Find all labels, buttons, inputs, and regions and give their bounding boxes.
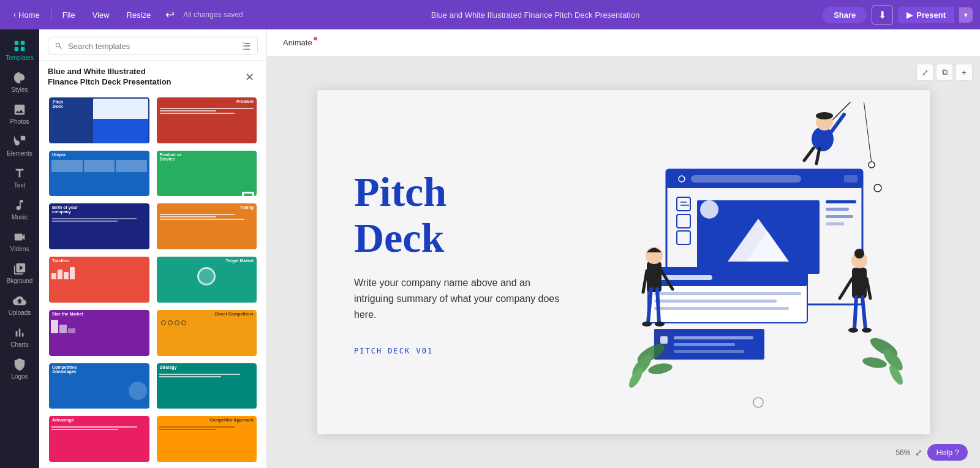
expand-view-button[interactable]: ⤢ <box>916 64 933 81</box>
svg-rect-0 <box>15 41 18 45</box>
svg-rect-1 <box>21 41 24 45</box>
home-label: Home <box>18 10 40 20</box>
charts-label: Charts <box>10 341 28 348</box>
text-icon <box>13 167 26 180</box>
canvas-scroll[interactable]: ⤢ ⧉ + Pitch Deck Write your company name… <box>267 56 980 468</box>
svg-line-37 <box>862 102 872 164</box>
image-icon <box>13 103 26 116</box>
search-bar[interactable] <box>48 37 258 55</box>
canvas-area: Animate ⤢ ⧉ + Pitch Deck <box>267 29 980 468</box>
sidebar-item-text[interactable]: Text <box>0 162 39 194</box>
sidebar-item-uploads[interactable]: Uploads <box>0 289 39 321</box>
music-icon <box>13 198 26 212</box>
uploads-label: Uploads <box>9 309 31 316</box>
template-thumb-4[interactable]: Product orService <box>156 149 258 198</box>
shapes-icon <box>13 135 26 148</box>
photos-label: Photos <box>10 118 29 125</box>
help-label: Help ? <box>936 448 959 457</box>
download-button[interactable]: ⬇ <box>872 5 893 25</box>
svg-point-71 <box>753 398 763 407</box>
text-label: Text <box>14 182 25 189</box>
sidebar-item-elements[interactable]: Elements <box>0 130 39 162</box>
template-grid: PitchDeck Problem <box>39 91 266 468</box>
sidebar-item-logos[interactable]: Logos <box>0 353 39 385</box>
svg-point-65 <box>647 362 673 376</box>
present-button[interactable]: ▶ Present <box>898 7 954 23</box>
video-icon <box>13 230 26 244</box>
panel-header <box>39 29 266 61</box>
grid-icon <box>13 39 26 53</box>
template-thumb-7[interactable]: Traction <box>48 255 151 304</box>
canvas-toolbar: Animate <box>267 29 980 56</box>
sidebar-item-photos[interactable]: Photos <box>0 98 39 130</box>
palette-icon <box>13 71 26 85</box>
background-icon <box>13 262 26 276</box>
present-dropdown-button[interactable]: ▾ <box>959 7 973 23</box>
svg-point-38 <box>869 162 875 168</box>
template-thumb-14[interactable]: Competitor Approach <box>156 415 258 463</box>
duplicate-button[interactable]: ⧉ <box>936 64 953 81</box>
template-thumb-11[interactable]: CompetitiveAdvantages <box>48 362 151 410</box>
animate-dot <box>314 37 317 40</box>
template-thumb-9[interactable]: Size the Market <box>48 309 151 357</box>
styles-label: Styles <box>11 86 28 93</box>
sidebar-item-styles[interactable]: Styles <box>0 66 39 98</box>
svg-point-42 <box>816 112 833 119</box>
sidebar-item-music[interactable]: Music <box>0 194 39 225</box>
templates-label: Templates <box>6 55 34 61</box>
template-thumb-6[interactable]: Timing <box>156 202 258 251</box>
template-thumb-12[interactable]: Strategy <box>156 362 258 410</box>
document-title: Blue and White Illustrated Finance Pitch… <box>253 10 818 20</box>
bottom-bar: 56% ⤢ Help ? <box>895 444 968 461</box>
corner-controls: ⤢ ⧉ + <box>916 64 973 81</box>
share-button[interactable]: Share <box>823 7 867 23</box>
view-menu[interactable]: View <box>86 8 116 22</box>
template-thumb-5[interactable]: Birth of yourcompany <box>48 202 151 251</box>
slide-canvas[interactable]: Pitch Deck Write your company name above… <box>317 90 930 434</box>
svg-rect-2 <box>15 47 18 51</box>
template-thumb-8[interactable]: Target Market <box>156 255 258 304</box>
svg-point-69 <box>862 356 888 370</box>
main-area: Templates Styles Photos Elements <box>0 29 980 468</box>
zoom-expand-button[interactable]: ⤢ <box>915 448 922 458</box>
template-title: Blue and White Illustrated Finance Pitch… <box>48 67 241 88</box>
slide-pitch-title[interactable]: Pitch Deck <box>354 169 893 261</box>
topbar-separator <box>51 9 51 21</box>
music-label: Music <box>12 214 28 221</box>
template-thumb-10[interactable]: Direct Competitors <box>156 309 258 357</box>
template-thumb-2[interactable]: Problem <box>156 96 258 145</box>
animate-button[interactable]: Animate <box>277 36 318 50</box>
template-thumb-13[interactable]: Advantage <box>48 415 151 463</box>
template-thumb-1[interactable]: PitchDeck <box>48 96 151 145</box>
panel-subtitle: Blue and White Illustrated Finance Pitch… <box>39 61 266 91</box>
undo-button[interactable]: ↩ <box>162 6 178 24</box>
slide-text-area: Pitch Deck Write your company name above… <box>354 169 893 355</box>
slide-inner: Pitch Deck Write your company name above… <box>317 90 930 434</box>
icon-nav: Templates Styles Photos Elements <box>0 29 39 468</box>
template-thumb-3[interactable]: Utopia <box>48 149 151 198</box>
logo-icon <box>13 358 26 371</box>
slide-pitch-subtitle[interactable]: Write your company name above and an int… <box>354 275 562 322</box>
add-slide-button[interactable]: + <box>956 64 973 81</box>
sidebar-item-templates[interactable]: Templates <box>0 34 39 66</box>
resize-menu[interactable]: Resize <box>121 8 157 22</box>
home-chevron: ‹ <box>13 10 16 19</box>
sidebar-item-charts[interactable]: Charts <box>0 321 39 353</box>
slide-pitch-code[interactable]: PITCH DECK V01 <box>354 347 893 355</box>
svg-rect-5 <box>21 136 25 140</box>
close-panel-button[interactable]: ✕ <box>241 69 258 85</box>
search-icon <box>55 42 63 50</box>
chart-icon <box>13 326 26 339</box>
zoom-level: 56% <box>895 448 910 457</box>
logos-label: Logos <box>11 373 28 380</box>
help-button[interactable]: Help ? <box>927 444 968 461</box>
topbar-actions: Share ⬇ ▶ Present ▾ <box>823 5 973 25</box>
topbar: ‹ Home File View Resize ↩ All changes sa… <box>0 0 980 29</box>
sidebar-item-videos[interactable]: Videos <box>0 225 39 257</box>
elements-label: Elements <box>7 150 32 157</box>
file-menu[interactable]: File <box>56 8 81 22</box>
sidebar-item-background[interactable]: Bkground <box>0 257 39 289</box>
search-input[interactable] <box>68 42 236 51</box>
filter-icon[interactable] <box>241 41 251 51</box>
home-button[interactable]: ‹ Home <box>7 8 46 22</box>
